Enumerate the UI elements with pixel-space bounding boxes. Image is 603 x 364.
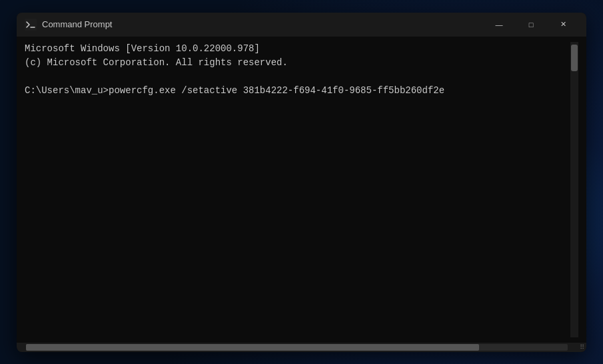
minimize-button[interactable]: — — [484, 15, 514, 35]
title-bar-left: Command Prompt — [25, 19, 112, 31]
terminal-line-3 — [25, 70, 570, 84]
vertical-scrollbar[interactable] — [570, 42, 578, 337]
terminal-line-2: (c) Microsoft Corporation. All rights re… — [25, 56, 570, 70]
terminal-line-4: C:\Users\mav_u>powercfg.exe /setactive 3… — [25, 84, 570, 98]
cmd-window: Command Prompt — □ ✕ Microsoft Windows [… — [17, 13, 586, 352]
terminal-body[interactable]: Microsoft Windows [Version 10.0.22000.97… — [17, 37, 586, 343]
title-bar: Command Prompt — □ ✕ — [17, 13, 586, 37]
close-button[interactable]: ✕ — [548, 15, 578, 35]
window-controls: — □ ✕ — [484, 15, 578, 35]
maximize-button[interactable]: □ — [516, 15, 546, 35]
scrollbar-thumb[interactable] — [571, 45, 578, 71]
cmd-window-icon — [25, 19, 37, 31]
terminal-line-5 — [25, 98, 570, 112]
h-scrollbar-thumb[interactable] — [26, 344, 479, 351]
bottom-bar: ⠿ — [17, 343, 586, 352]
resize-grip[interactable]: ⠿ — [577, 343, 586, 352]
svg-rect-0 — [25, 19, 37, 31]
terminal-content: Microsoft Windows [Version 10.0.22000.97… — [25, 42, 570, 337]
window-title: Command Prompt — [42, 19, 112, 29]
terminal-line-1: Microsoft Windows [Version 10.0.22000.97… — [25, 42, 570, 56]
horizontal-scrollbar[interactable] — [26, 344, 568, 351]
